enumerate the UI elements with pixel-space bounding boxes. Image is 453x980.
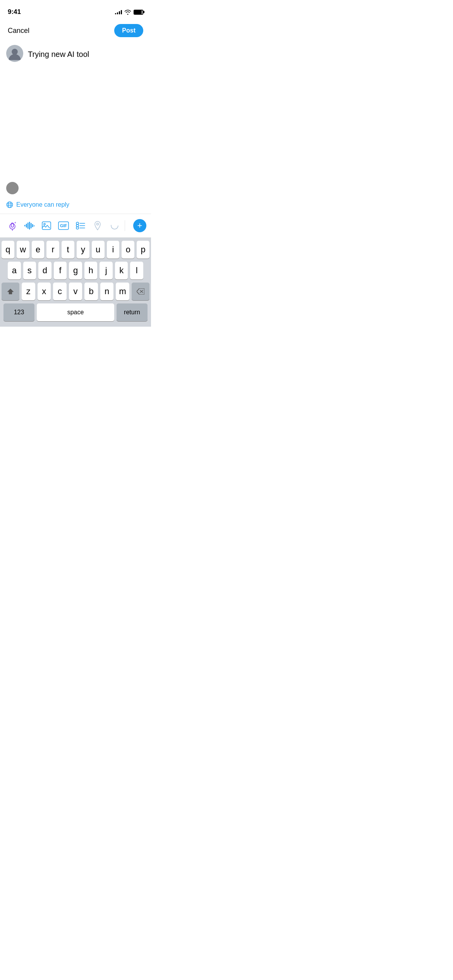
svg-point-26 xyxy=(97,223,99,225)
keyboard-row-3: z x c v b n m xyxy=(2,283,149,300)
key-l[interactable]: l xyxy=(130,262,143,279)
key-w[interactable]: w xyxy=(17,241,29,259)
key-e[interactable]: e xyxy=(32,241,45,259)
svg-point-1 xyxy=(7,202,12,207)
key-z[interactable]: z xyxy=(22,283,35,300)
svg-point-27 xyxy=(111,222,118,229)
space-key[interactable]: space xyxy=(37,303,114,321)
avatar xyxy=(6,45,23,62)
bottom-bar xyxy=(0,326,151,327)
compose-area: Trying new AI tool xyxy=(0,41,151,66)
signal-icon xyxy=(115,10,122,14)
post-button[interactable]: Post xyxy=(114,24,143,37)
keyboard-row-2: a s d f g h j k l xyxy=(2,262,149,279)
key-f[interactable]: f xyxy=(54,262,67,279)
gif-icon[interactable]: GIF xyxy=(56,218,71,233)
globe-icon xyxy=(6,201,13,208)
key-t[interactable]: t xyxy=(62,241,74,259)
compose-spacer xyxy=(0,66,151,182)
keyboard: q w e r t y u i o p a s d f g h j k l z … xyxy=(0,238,151,326)
battery-icon xyxy=(134,10,143,15)
key-j[interactable]: j xyxy=(100,262,113,279)
svg-rect-11 xyxy=(27,223,29,229)
svg-rect-9 xyxy=(24,225,26,226)
key-m[interactable]: m xyxy=(116,283,129,300)
cancel-button[interactable]: Cancel xyxy=(8,25,29,36)
compose-text[interactable]: Trying new AI tool xyxy=(28,45,145,62)
keyboard-row-1: q w e r t y u i o p xyxy=(2,241,149,259)
svg-point-21 xyxy=(76,224,79,227)
key-c[interactable]: c xyxy=(53,283,67,300)
svg-point-20 xyxy=(76,222,79,224)
list-icon[interactable] xyxy=(73,218,88,233)
status-bar: 9:41 xyxy=(0,0,151,19)
key-v[interactable]: v xyxy=(69,283,82,300)
key-a[interactable]: a xyxy=(8,262,21,279)
toolbar-divider xyxy=(125,220,125,231)
svg-rect-13 xyxy=(31,223,32,228)
key-y[interactable]: y xyxy=(77,241,89,259)
svg-rect-15 xyxy=(34,225,34,226)
key-n[interactable]: n xyxy=(100,283,114,300)
svg-text:GIF: GIF xyxy=(60,223,67,228)
key-s[interactable]: s xyxy=(23,262,36,279)
svg-point-2 xyxy=(8,202,11,207)
status-icons xyxy=(115,9,143,15)
image-icon[interactable] xyxy=(39,218,54,233)
reply-setting[interactable]: Everyone can reply xyxy=(0,197,151,214)
key-p[interactable]: p xyxy=(137,241,149,259)
reply-setting-label: Everyone can reply xyxy=(16,201,69,208)
key-o[interactable]: o xyxy=(122,241,134,259)
svg-rect-12 xyxy=(29,222,30,230)
key-d[interactable]: d xyxy=(38,262,51,279)
delete-key[interactable] xyxy=(132,283,149,300)
svg-rect-10 xyxy=(26,224,27,228)
progress-indicator xyxy=(6,182,19,194)
svg-point-0 xyxy=(12,49,18,55)
key-b[interactable]: b xyxy=(84,283,98,300)
svg-text:+: + xyxy=(14,221,16,224)
toolbar: + GIF xyxy=(0,214,151,238)
key-g[interactable]: g xyxy=(69,262,82,279)
nav-bar: Cancel Post xyxy=(0,20,151,41)
key-h[interactable]: h xyxy=(84,262,98,279)
add-more-button[interactable]: + xyxy=(133,219,146,232)
svg-rect-14 xyxy=(32,224,33,227)
audio-icon[interactable]: + xyxy=(5,218,20,233)
circle-icon[interactable] xyxy=(107,218,122,233)
numbers-key[interactable]: 123 xyxy=(3,303,34,321)
svg-rect-16 xyxy=(42,222,51,230)
key-i[interactable]: i xyxy=(107,241,120,259)
svg-point-17 xyxy=(44,223,45,225)
location-icon[interactable] xyxy=(90,218,105,233)
key-q[interactable]: q xyxy=(2,241,14,259)
svg-point-22 xyxy=(76,227,79,229)
wifi-icon xyxy=(124,9,131,15)
svg-point-5 xyxy=(10,224,15,229)
progress-area xyxy=(0,182,151,197)
keyboard-row-4: 123 space return xyxy=(2,303,149,321)
return-key[interactable]: return xyxy=(117,303,148,321)
status-time: 9:41 xyxy=(8,8,21,16)
key-r[interactable]: r xyxy=(46,241,59,259)
key-k[interactable]: k xyxy=(115,262,128,279)
shift-key[interactable] xyxy=(2,283,19,300)
key-x[interactable]: x xyxy=(38,283,51,300)
waveform-icon[interactable] xyxy=(22,218,37,233)
key-u[interactable]: u xyxy=(92,241,105,259)
